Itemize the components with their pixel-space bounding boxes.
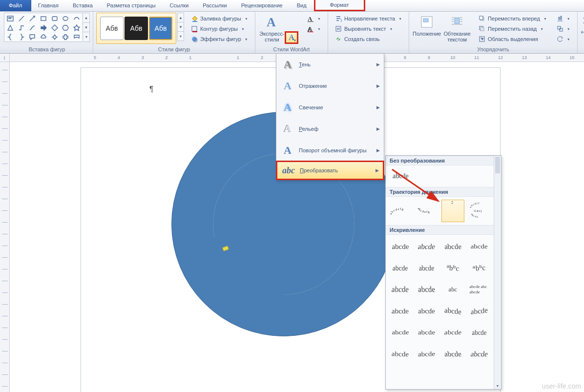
shape-sun-icon[interactable] — [49, 32, 60, 41]
tab-file[interactable]: Файл — [0, 0, 31, 11]
style-swatch-blue-selected[interactable]: Абв — [149, 17, 172, 40]
shape-rect-icon[interactable] — [38, 14, 49, 23]
warp-option-3[interactable]: abcde — [466, 237, 492, 256]
shape-textbox-icon[interactable] — [5, 14, 16, 23]
tab-insert[interactable]: Вставка — [66, 0, 100, 11]
path-arc-down[interactable]: a b c d e f g — [415, 200, 438, 222]
option-no-transform[interactable]: abcde — [386, 165, 494, 187]
warp-option-19[interactable]: abcde — [466, 323, 492, 342]
warp-option-2[interactable]: abcde — [440, 237, 466, 256]
warp-option-1[interactable]: abcde — [414, 237, 439, 256]
warp-option-14[interactable]: abcde — [440, 301, 466, 321]
warp-option-23[interactable]: abcde — [466, 344, 492, 364]
text-direction-button[interactable]: Направление текста▼ — [331, 14, 406, 23]
warp-option-17[interactable]: abcde — [414, 323, 439, 342]
tab-layout[interactable]: Разметка страницы — [100, 0, 163, 11]
style-swatch-dark[interactable]: Абв — [125, 17, 148, 40]
ruler-corner[interactable]: ⌊ — [0, 54, 10, 62]
shape-cross-icon[interactable] — [60, 32, 71, 41]
shape-fill-button[interactable]: Заливка фигуры▼ — [187, 14, 252, 23]
menu-shadow[interactable]: A Тень ▶ — [276, 54, 384, 75]
shape-banner-icon[interactable] — [71, 32, 82, 41]
shape-star-icon[interactable] — [71, 23, 82, 32]
shape-style-scroll[interactable]: ▲ ▼ ▾ — [177, 13, 184, 41]
path-circle-selected[interactable]: a b c d e f g h i j k l m — [441, 200, 465, 222]
warp-option-6[interactable]: ᵃbᵇc — [440, 258, 466, 278]
warp-option-15[interactable]: abcde — [466, 301, 492, 321]
path-arc-up[interactable]: a b c d e f g — [389, 200, 412, 222]
shape-leftbrace-icon[interactable] — [5, 32, 16, 41]
tab-review[interactable]: Рецензирование — [234, 0, 290, 11]
shape-style-gallery[interactable]: Абв Абв Абв — [96, 13, 176, 44]
warp-option-5[interactable]: abcde — [414, 258, 439, 278]
scroll-down-icon[interactable]: ▼ — [494, 382, 501, 389]
warp-option-12[interactable]: abcde — [388, 301, 413, 321]
shape-gallery[interactable] — [4, 13, 83, 42]
align-text-button[interactable]: Выровнять текст▼ — [331, 24, 406, 34]
scroll-up-icon[interactable]: ▲ — [83, 13, 89, 22]
menu-rotation3d[interactable]: A Поворот объемной фигуры▶ — [276, 140, 384, 161]
text-effects-button-active[interactable]: A▼ — [285, 31, 298, 44]
width-spinner[interactable]: 10 см▲▼ — [581, 27, 584, 37]
warp-option-8[interactable]: abcde — [388, 280, 413, 299]
bring-forward-button[interactable]: Переместить вперед▼ — [475, 14, 551, 23]
ruler-vertical[interactable] — [0, 62, 10, 392]
shape-line-icon[interactable] — [16, 14, 27, 23]
height-spinner[interactable]: 10 см▲▼ — [581, 16, 584, 25]
position-button[interactable]: Положение — [412, 13, 441, 37]
warp-option-21[interactable]: abcde — [414, 344, 439, 364]
warp-option-0[interactable]: abcde — [388, 237, 413, 256]
shape-roundrect-icon[interactable] — [49, 14, 60, 23]
shape-outline-button[interactable]: Контур фигуры▼ — [187, 24, 252, 34]
tab-home[interactable]: Главная — [31, 0, 66, 11]
group-shapes-button[interactable]: ▼ — [553, 24, 574, 34]
shape-triangle-icon[interactable] — [5, 23, 16, 32]
warp-option-16[interactable]: abcde — [388, 323, 413, 342]
shape-callout-icon[interactable] — [27, 32, 38, 41]
warp-option-9[interactable]: abcde — [414, 280, 439, 299]
menu-relief[interactable]: A Рельеф▶ — [276, 118, 384, 140]
scroll-down-icon[interactable]: ▼ — [83, 22, 89, 32]
shape-diamond-icon[interactable] — [49, 23, 60, 32]
scroll-up-icon[interactable]: ▲ — [178, 13, 184, 22]
align-button[interactable]: ▼ — [553, 14, 574, 23]
scroll-thumb[interactable] — [495, 157, 500, 173]
warp-option-10[interactable]: abc — [440, 280, 466, 299]
path-button[interactable]: a b c d e fG h i ja b c d e — [467, 200, 491, 222]
shape-hexagon-icon[interactable] — [60, 23, 71, 32]
shape-rightarrow-icon[interactable] — [38, 23, 49, 32]
transform-scrollbar[interactable]: ▲ ▼ — [494, 156, 501, 389]
scroll-more-icon[interactable]: ▾ — [83, 32, 89, 41]
tab-mailings[interactable]: Рассылки — [196, 0, 234, 11]
shape-gallery-scroll[interactable]: ▲ ▼ ▾ — [83, 13, 90, 42]
text-wrap-button[interactable]: Обтекание текстом — [441, 13, 473, 42]
warp-option-20[interactable]: abcde — [388, 344, 413, 364]
tab-view[interactable]: Вид — [290, 0, 314, 11]
tab-references[interactable]: Ссылки — [163, 0, 196, 11]
shape-freeform-icon[interactable] — [71, 14, 82, 23]
create-link-button[interactable]: Создать связь — [331, 34, 406, 44]
style-swatch-outline[interactable]: Абв — [100, 17, 124, 40]
scroll-more-icon[interactable]: ▾ — [178, 31, 184, 41]
warp-option-22[interactable]: abcde — [440, 344, 466, 364]
shape-ellipse-icon[interactable] — [60, 14, 71, 23]
text-fill-button[interactable]: A ▼ — [303, 14, 325, 23]
scroll-down-icon[interactable]: ▼ — [178, 22, 184, 31]
menu-glow[interactable]: A Свечение▶ — [276, 97, 384, 118]
menu-reflection[interactable]: A Отражение▶ — [276, 75, 384, 97]
tab-format[interactable]: Формат — [314, 0, 365, 11]
shape-rightbrace-icon[interactable] — [16, 32, 27, 41]
rotate-button[interactable]: ▼ — [553, 34, 574, 44]
shape-cloud-icon[interactable] — [38, 32, 49, 41]
text-outline-button[interactable]: A ▼ — [303, 24, 325, 34]
shape-curve-icon[interactable] — [27, 23, 38, 32]
warp-option-4[interactable]: abcde — [388, 258, 413, 278]
shape-effects-button[interactable]: Эффекты фигур▼ — [187, 34, 252, 44]
warp-option-18[interactable]: abcde — [440, 323, 466, 342]
shape-arrow-line-icon[interactable] — [27, 14, 38, 23]
shape-connector-icon[interactable] — [16, 23, 27, 32]
warp-option-11[interactable]: abcde abc abcde — [466, 280, 492, 299]
selection-pane-button[interactable]: Область выделения — [475, 34, 551, 44]
send-backward-button[interactable]: Переместить назад▼ — [475, 24, 551, 34]
warp-option-7[interactable]: ᵃbᵇc — [466, 258, 492, 278]
